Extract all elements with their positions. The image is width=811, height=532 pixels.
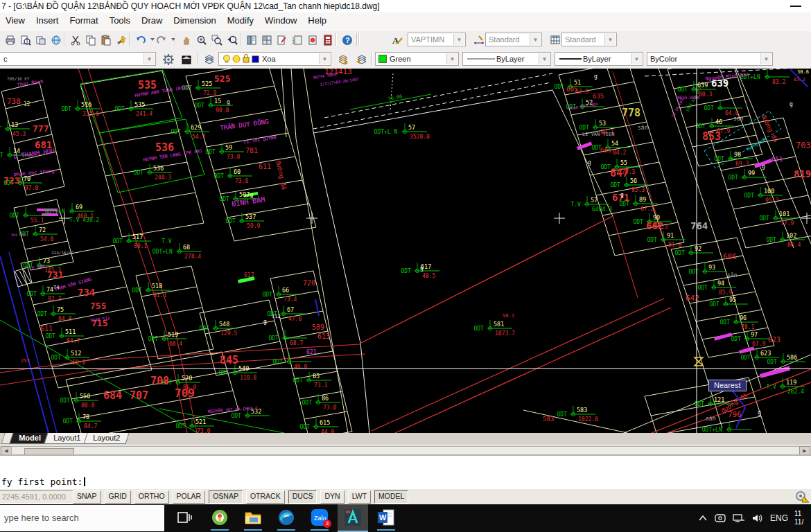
menu-tools[interactable]: Tools	[104, 12, 136, 28]
chevron-down-icon[interactable]: ▼	[453, 34, 464, 45]
chevron-down-icon[interactable]: ▼	[631, 53, 642, 64]
gear-icon[interactable]	[161, 52, 176, 67]
screen-record-icon[interactable]	[714, 513, 726, 523]
taskbar-app-file-explorer[interactable]	[238, 504, 268, 531]
paste-icon[interactable]	[98, 33, 114, 48]
workspace-combo[interactable]: c▼	[0, 52, 156, 66]
toggle-osnap[interactable]: OSNAP	[209, 490, 243, 504]
toggle-lwt[interactable]: LWT	[348, 490, 371, 504]
layer-states-icon[interactable]	[335, 52, 351, 67]
chevron-down-icon[interactable]: ▼	[446, 53, 457, 64]
menu-insert[interactable]: Insert	[30, 12, 64, 28]
svg-text:93: 93	[708, 264, 715, 271]
print-preview-icon[interactable]	[18, 33, 33, 48]
dim-style-value: Standard	[489, 35, 520, 44]
speaker-icon[interactable]	[751, 513, 764, 523]
search-input[interactable]: ype here to search	[0, 505, 164, 531]
menu-view[interactable]: View	[0, 12, 30, 28]
menu-modify[interactable]: Modify	[222, 12, 259, 28]
zoom-realtime-icon[interactable]	[194, 33, 209, 48]
layer-color-chip	[252, 56, 259, 62]
layer-previous-icon[interactable]	[354, 52, 369, 67]
tab-layout1[interactable]: Layout1	[44, 433, 89, 444]
print-icon[interactable]	[3, 33, 18, 48]
menu-format[interactable]: Format	[64, 12, 103, 28]
svg-text:110.8: 110.8	[240, 375, 256, 381]
linetype-combo[interactable]: ByLayer▼	[462, 52, 551, 66]
toggle-polar[interactable]: POLAR	[173, 490, 206, 504]
tray-clock[interactable]: 11 11/	[794, 510, 810, 526]
cut-icon[interactable]	[68, 33, 83, 48]
svg-text:764: 764	[690, 220, 708, 231]
tab-layout2[interactable]: Layout2	[83, 433, 129, 444]
toggle-ducs[interactable]: DUCS	[288, 490, 317, 504]
properties-icon[interactable]	[244, 33, 259, 48]
table-style-icon[interactable]	[548, 33, 563, 48]
workspace-value: c	[0, 55, 8, 63]
undo-icon[interactable]	[133, 33, 148, 48]
taskbar-app-coccoc[interactable]	[204, 504, 235, 531]
plotstyle-combo[interactable]: ByColor▼	[647, 52, 773, 66]
drawing-canvas[interactable]: ODT516335.6ODT535241.4ODT52572.9ODT1590.…	[0, 69, 811, 433]
toggle-otrack[interactable]: OTRACK	[246, 490, 285, 504]
menu-dimension[interactable]: Dimension	[168, 12, 221, 28]
toolbar-lock-icon[interactable]	[179, 52, 194, 67]
chevron-down-icon[interactable]: ▼	[319, 53, 330, 64]
match-properties-icon[interactable]	[114, 33, 129, 48]
menu-draw[interactable]: Draw	[136, 12, 168, 28]
svg-text:ODT: ODT	[60, 398, 70, 404]
toggle-ortho[interactable]: ORTHO	[134, 490, 169, 504]
language-indicator[interactable]: ENG	[770, 513, 788, 523]
sheet-set-icon[interactable]	[305, 33, 320, 48]
chevron-down-icon[interactable]: ▼	[539, 53, 550, 64]
toggle-grid[interactable]: GRID	[105, 490, 131, 504]
web-icon[interactable]	[49, 33, 64, 48]
horizontal-scrollbar[interactable]: ◀ ▶	[0, 445, 811, 455]
redo-icon[interactable]	[154, 33, 169, 48]
layer-combo[interactable]: Xoa▼	[218, 52, 331, 66]
chevron-down-icon[interactable]: ▼	[760, 53, 771, 64]
pan-icon[interactable]	[179, 33, 194, 48]
help-icon[interactable]: ?	[340, 33, 355, 48]
chevron-down-icon[interactable]: ▼	[143, 53, 155, 64]
taskbar-app-edge[interactable]	[271, 504, 302, 531]
svg-text:ODT: ODT	[175, 423, 186, 429]
taskbar-app-word[interactable]: W	[371, 504, 401, 531]
markup-icon[interactable]	[274, 33, 290, 48]
toggle-model[interactable]: MODEL	[374, 490, 408, 504]
layers-icon[interactable]	[202, 52, 217, 67]
menu-help[interactable]: Help	[302, 12, 332, 28]
taskbar-app-autocad[interactable]	[338, 504, 368, 532]
text-style-icon[interactable]: A	[390, 33, 405, 48]
command-prompt[interactable]: fy first point:	[1, 477, 85, 487]
calculator-icon[interactable]	[320, 33, 335, 48]
toggle-snap[interactable]: SNAP	[73, 490, 101, 504]
tool-palettes-icon[interactable]	[290, 33, 305, 48]
design-center-icon[interactable]	[259, 33, 274, 48]
copy-icon[interactable]	[83, 33, 98, 48]
taskbar-app-zalo[interactable]: Zalo 3	[304, 504, 335, 531]
chevron-down-icon[interactable]: ▼	[530, 34, 541, 45]
publish-icon[interactable]	[33, 33, 49, 48]
svg-text:85.9: 85.9	[719, 290, 732, 296]
zoom-window-icon[interactable]	[209, 33, 225, 48]
minimize-icon[interactable]	[790, 6, 801, 7]
zoom-previous-icon[interactable]	[225, 33, 240, 48]
svg-text:sân: sân	[727, 272, 738, 278]
dim-style-combo[interactable]: Standard▼	[485, 33, 542, 46]
task-view-button[interactable]	[169, 504, 200, 531]
dim-style-icon[interactable]	[471, 33, 487, 48]
color-combo[interactable]: Green▼	[375, 52, 459, 66]
text-style-combo[interactable]: VAPTIMN▼	[408, 33, 466, 46]
table-style-combo[interactable]: Standard▼	[561, 33, 617, 46]
communication-center-icon[interactable]: !	[794, 490, 810, 503]
tray-chevron-up-icon[interactable]	[698, 515, 708, 522]
svg-text:?: ?	[345, 36, 350, 44]
menu-window[interactable]: Window	[259, 12, 302, 28]
chevron-down-icon[interactable]: ▼	[604, 34, 616, 45]
network-icon[interactable]	[733, 513, 745, 523]
lineweight-combo[interactable]: ByLayer▼	[555, 52, 643, 66]
toggle-dyn[interactable]: DYN	[320, 490, 344, 504]
svg-text:84.2: 84.2	[613, 150, 626, 156]
command-window[interactable]: fy first point:	[0, 454, 811, 490]
